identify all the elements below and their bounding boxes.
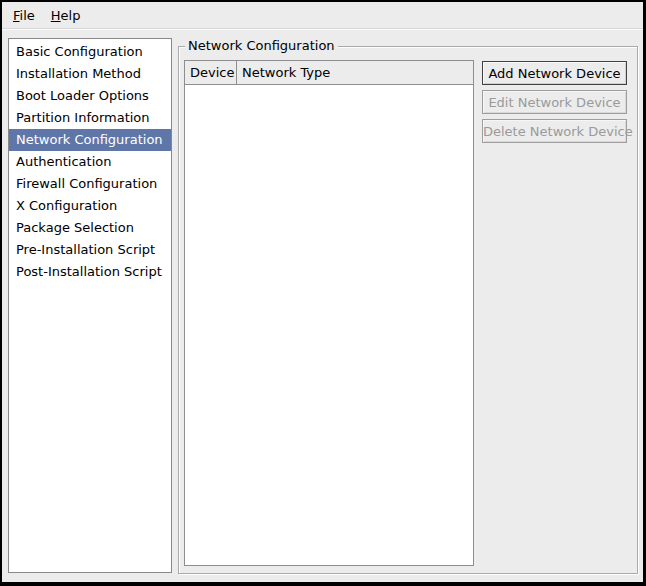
sidebar-item-boot-loader-options[interactable]: Boot Loader Options bbox=[9, 85, 171, 107]
menu-help[interactable]: Help bbox=[43, 2, 89, 28]
menu-file[interactable]: File bbox=[5, 2, 43, 28]
sidebar-item-basic-configuration[interactable]: Basic Configuration bbox=[9, 41, 171, 63]
table-body-empty bbox=[185, 85, 473, 565]
sidebar-item-authentication[interactable]: Authentication bbox=[9, 151, 171, 173]
sidebar-item-firewall-configuration[interactable]: Firewall Configuration bbox=[9, 173, 171, 195]
menu-file-label: File bbox=[13, 8, 35, 23]
add-network-device-button[interactable]: Add Network Device bbox=[482, 61, 627, 85]
sidebar-item-installation-method[interactable]: Installation Method bbox=[9, 63, 171, 85]
sidebar-item-partition-information[interactable]: Partition Information bbox=[9, 107, 171, 129]
network-device-table: Device Network Type bbox=[184, 60, 474, 566]
device-actions: Add Network Device Edit Network Device D… bbox=[482, 61, 627, 143]
window-body: File Help Basic Configuration Installati… bbox=[2, 2, 643, 582]
sidebar-item-package-selection[interactable]: Package Selection bbox=[9, 217, 171, 239]
table-header-row: Device Network Type bbox=[185, 61, 473, 85]
delete-network-device-button[interactable]: Delete Network Device bbox=[482, 119, 627, 143]
panel-title: Network Configuration bbox=[185, 38, 338, 53]
column-header-device[interactable]: Device bbox=[185, 61, 237, 85]
sidebar-item-post-installation-script[interactable]: Post-Installation Script bbox=[9, 261, 171, 283]
sidebar-item-x-configuration[interactable]: X Configuration bbox=[9, 195, 171, 217]
sidebar-item-pre-installation-script[interactable]: Pre-Installation Script bbox=[9, 239, 171, 261]
column-header-network-type[interactable]: Network Type bbox=[237, 61, 473, 85]
kickstart-configurator-window: File Help Basic Configuration Installati… bbox=[0, 0, 646, 586]
sidebar-item-network-configuration[interactable]: Network Configuration bbox=[9, 129, 171, 151]
menu-help-label: Help bbox=[51, 8, 81, 23]
edit-network-device-button[interactable]: Edit Network Device bbox=[482, 90, 627, 114]
network-configuration-panel: Network Configuration Device Network Typ… bbox=[178, 46, 638, 574]
menu-bar: File Help bbox=[2, 2, 643, 29]
section-list: Basic Configuration Installation Method … bbox=[8, 38, 172, 573]
